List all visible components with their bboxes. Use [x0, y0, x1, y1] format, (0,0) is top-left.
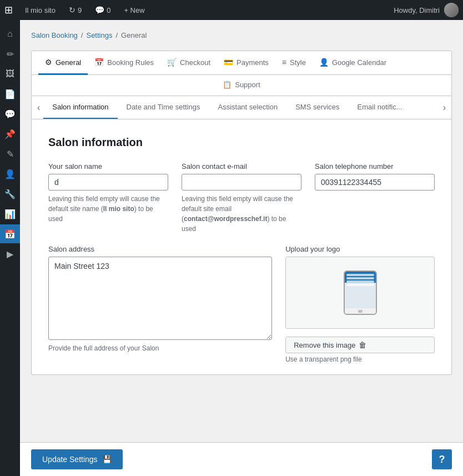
general-tab-icon: ⚙ — [45, 58, 52, 67]
form-row-1: Your salon name Leaving this field empty… — [48, 162, 435, 234]
google-calendar-tab-label: Google Calendar — [332, 58, 386, 67]
sidebar-icon-comments[interactable]: 💬 — [0, 104, 20, 123]
salon-name-hint-bold: Il mio sito — [103, 205, 134, 213]
content-area: Salon information Your salon name Leavin… — [32, 119, 451, 374]
checkout-tab-icon: 🛒 — [167, 58, 177, 67]
payments-tab-icon: 💳 — [224, 58, 233, 67]
style-tab-icon: ≡ — [282, 58, 286, 67]
breadcrumb: Salon Booking / Settings / General — [31, 31, 452, 39]
sub-tab-date-time[interactable]: Date and Time settings — [118, 96, 209, 119]
salon-phone-input[interactable] — [315, 174, 435, 191]
salon-phone-label: Salon telephone number — [315, 162, 435, 171]
salon-name-input[interactable] — [48, 174, 168, 191]
site-name: Il mio sito — [25, 6, 56, 14]
form-group-salon-name: Your salon name Leaving this field empty… — [48, 162, 168, 224]
phone-mockup — [344, 270, 377, 315]
new-item[interactable]: + New — [120, 0, 148, 20]
sidebar-icon-booking[interactable]: 📅 — [0, 224, 20, 243]
sidebar-icon-users[interactable]: 👤 — [0, 164, 20, 183]
upload-logo-group: Upload your logo — [285, 245, 435, 363]
form-group-salon-phone: Salon telephone number — [315, 162, 435, 191]
breadcrumb-sep1: / — [81, 31, 83, 39]
tab-google-calendar[interactable]: 👤 Google Calendar — [313, 51, 393, 75]
google-calendar-tab-icon: 👤 — [319, 58, 329, 67]
tab-checkout[interactable]: 🛒 Checkout — [160, 51, 217, 75]
booking-rules-tab-icon: 📅 — [94, 58, 104, 67]
main-content: Salon Booking / Settings / General ⚙ Gen… — [20, 20, 463, 476]
sidebar-icon-pencil[interactable]: ✎ — [0, 144, 20, 163]
general-tab-label: General — [56, 58, 81, 67]
phone-screen — [345, 272, 376, 308]
upload-area[interactable] — [285, 257, 435, 329]
sub-tab-salon-info[interactable]: Salon information — [43, 96, 117, 119]
support-tab-icon: 📋 — [223, 81, 232, 89]
sub-tabs-next-button[interactable]: › — [440, 98, 449, 117]
salon-name-label: Your salon name — [48, 162, 168, 171]
save-icon: 💾 — [102, 455, 112, 464]
trash-icon: 🗑 — [359, 340, 366, 349]
new-label: + New — [124, 6, 144, 14]
update-settings-button[interactable]: Update Settings 💾 — [31, 449, 123, 469]
site-menu[interactable]: Il mio sito — [22, 0, 59, 20]
tab-general[interactable]: ⚙ General — [38, 51, 88, 75]
phone-bottom — [345, 308, 376, 314]
remove-image-button[interactable]: Remove this image 🗑 — [285, 337, 435, 353]
payments-tab-label: Payments — [236, 58, 269, 67]
tab-style[interactable]: ≡ Style — [275, 51, 313, 75]
form-group-salon-address: Salon address Main Street 123 Provide th… — [48, 245, 272, 353]
phone-btn — [358, 310, 363, 313]
help-label: ? — [439, 454, 445, 465]
phone-screen-row-2 — [346, 277, 374, 279]
section-title: Salon information — [48, 136, 435, 149]
salon-email-input[interactable] — [182, 174, 301, 191]
sidebar-icon-media[interactable]: 🖼 — [0, 64, 20, 83]
sidebar-icon-dashboard[interactable]: ⌂ — [0, 24, 20, 43]
phone-screen-row-4 — [346, 284, 374, 286]
support-tabs: 📋 Support — [32, 75, 451, 96]
style-tab-label: Style — [290, 58, 306, 67]
salon-email-label: Salon contact e-mail — [182, 162, 301, 171]
upload-logo-label: Upload your logo — [285, 245, 435, 253]
comments-icon: 💬 — [95, 6, 104, 14]
updates-count: 9 — [78, 6, 82, 14]
sidebar-icon-stats[interactable]: 📊 — [0, 204, 20, 223]
form-group-upload-logo: Upload your logo — [285, 245, 435, 363]
updates-item[interactable]: ↻ 9 — [66, 0, 85, 20]
sidebar-icon-pages[interactable]: 📄 — [0, 84, 20, 103]
sub-tab-sms[interactable]: SMS services — [286, 96, 348, 119]
salon-address-label: Salon address — [48, 245, 272, 253]
upload-controls: Remove this image 🗑 Use a transparent pn… — [285, 337, 435, 363]
help-button[interactable]: ? — [432, 449, 452, 469]
sub-tabs-prev-button[interactable]: ‹ — [34, 98, 43, 117]
admin-bar-right: Howdy, Dimitri — [394, 3, 459, 17]
breadcrumb-settings[interactable]: Settings — [86, 31, 112, 39]
tab-support[interactable]: 📋 Support — [216, 75, 267, 96]
sub-tabs-container: ‹ Salon information Date and Time settin… — [32, 96, 451, 119]
breadcrumb-salon-booking[interactable]: Salon Booking — [31, 31, 78, 39]
booking-rules-tab-label: Booking Rules — [107, 58, 154, 67]
tab-payments[interactable]: 💳 Payments — [217, 51, 275, 75]
sub-tab-assistant[interactable]: Assistant selection — [209, 96, 286, 119]
sidebar-icon-pins[interactable]: 📌 — [0, 124, 20, 143]
phone-screen-row-3 — [346, 280, 374, 283]
salon-address-group: Salon address Main Street 123 Provide th… — [48, 245, 272, 353]
salon-address-textarea[interactable]: Main Street 123 — [48, 257, 272, 340]
sidebar-icon-posts[interactable]: ✏ — [0, 44, 20, 63]
sub-tab-email[interactable]: Email notific... — [349, 96, 411, 119]
admin-bar: ⊞ Il mio sito ↻ 9 💬 0 + New Howdy, Dimit… — [0, 0, 463, 20]
comments-item[interactable]: 💬 0 — [92, 0, 114, 20]
avatar[interactable] — [444, 3, 459, 17]
update-settings-label: Update Settings — [42, 455, 98, 464]
salon-email-hint: Leaving this field empty will cause the … — [182, 194, 301, 234]
phone-screen-row-1 — [346, 274, 374, 276]
sidebar-icon-play[interactable]: ▶ — [0, 244, 20, 263]
comments-count: 0 — [107, 6, 110, 14]
wp-logo-icon[interactable]: ⊞ — [4, 4, 13, 16]
form-group-salon-email: Salon contact e-mail Leaving this field … — [182, 162, 301, 234]
sidebar-icon-wrench[interactable]: 🔧 — [0, 184, 20, 203]
sub-tabs: Salon information Date and Time settings… — [43, 96, 439, 119]
primary-tabs: ⚙ General 📅 Booking Rules 🛒 Checkout 💳 P… — [32, 51, 451, 75]
updates-icon: ↻ — [69, 6, 76, 14]
tab-booking-rules[interactable]: 📅 Booking Rules — [88, 51, 160, 75]
support-tab-label: Support — [235, 81, 260, 89]
